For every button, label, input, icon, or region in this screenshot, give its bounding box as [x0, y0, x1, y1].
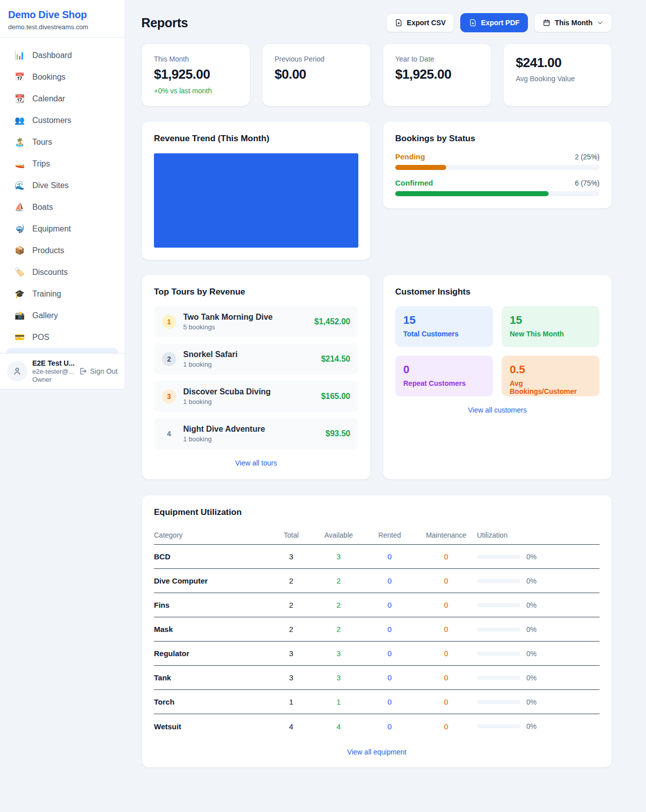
equipment-maintenance: 0: [415, 625, 477, 633]
equipment-rented: 0: [364, 576, 415, 585]
logout-icon: [78, 367, 87, 376]
sidebar-item-calendar[interactable]: 📆Calendar: [0, 88, 125, 109]
status-count: 6 (75%): [575, 179, 600, 187]
sidebar-item-gallery[interactable]: 📸Gallery: [0, 305, 125, 326]
sidebar-item-dashboard[interactable]: 📊Dashboard: [0, 44, 125, 66]
tour-revenue: $93.50: [326, 429, 350, 438]
sidebar-item-products[interactable]: 📦Products: [0, 240, 125, 261]
equipment-available: 2: [313, 601, 364, 609]
equipment-total: 1: [269, 698, 313, 706]
tour-info: Night Dive Adventure 1 booking: [183, 425, 318, 443]
sidebar-item-label: Products: [32, 246, 64, 255]
insight-tiles: 15 Total Customers 15 New This Month 0 R…: [395, 306, 600, 396]
insight-value: 15: [403, 314, 485, 327]
top-tours-list: 1 Two Tank Morning Dive 5 bookings $1,45…: [154, 306, 358, 449]
stat-value: $1,925.00: [154, 67, 238, 82]
equipment-row: Fins 2 2 0 0 0%: [154, 593, 600, 617]
tear-off-calendar-icon: 📆: [14, 94, 25, 103]
stat-card-avg-booking-value: $241.00 Avg Booking Value: [503, 43, 612, 106]
column-header-utilization: Utilization: [477, 531, 600, 539]
equipment-utilization-cell: 0%: [477, 722, 600, 730]
equipment-maintenance: 0: [415, 698, 477, 706]
insight-label: Repeat Customers: [403, 379, 485, 387]
revenue-trend-card: Revenue Trend (This Month): [141, 121, 371, 260]
equipment-utilization-cell: 0%: [477, 577, 600, 585]
revenue-trend-title: Revenue Trend (This Month): [154, 134, 358, 144]
sidebar-item-equipment[interactable]: 🤿Equipment: [0, 218, 125, 240]
utilization-percent: 0%: [526, 650, 536, 658]
bookings-by-status-card: Bookings by Status Pending 2 (25%): [383, 121, 612, 209]
avatar: [7, 361, 27, 381]
sidebar-nav: 📊Dashboard 📅Bookings 📆Calendar 👥Customer…: [0, 38, 125, 353]
top-tours-title: Top Tours by Revenue: [154, 287, 358, 297]
sidebar-item-discounts[interactable]: 🏷️Discounts: [0, 261, 125, 283]
sidebar-item-boats[interactable]: ⛵Boats: [0, 196, 125, 218]
main-content: Reports Export CSV Export PDF This Month: [141, 0, 612, 768]
equipment-row: Tank 3 3 0 0 0%: [154, 666, 600, 690]
sidebar-item-bookings[interactable]: 📅Bookings: [0, 66, 125, 88]
stat-label: Avg Booking Value: [516, 75, 600, 83]
sidebar-item-dive-sites[interactable]: 🌊Dive Sites: [0, 175, 125, 196]
status-label: Confirmed: [395, 179, 433, 187]
file-download-icon: [469, 19, 477, 27]
stat-label: Previous Period: [275, 55, 358, 63]
sidebar-item-label: POS: [32, 333, 49, 342]
tour-name: Night Dive Adventure: [183, 425, 318, 434]
equipment-row: Regulator 3 3 0 0 0%: [154, 642, 600, 666]
equipment-row: BCD 3 3 0 0 0%: [154, 545, 600, 569]
view-all-customers-link[interactable]: View all customers: [395, 406, 600, 414]
user-panel: E2E Test U... e2e-tester@... Owner Sign …: [0, 353, 125, 389]
status-progress-track: [395, 165, 600, 170]
insight-tile: 0 Repeat Customers: [395, 356, 493, 396]
stat-cards: This Month $1,925.00 +0% vs last month P…: [141, 43, 612, 106]
sidebar-item-label: Bookings: [32, 73, 66, 82]
equipment-table-header: Category Total Available Rented Maintena…: [154, 526, 600, 545]
tour-info: Snorkel Safari 1 booking: [183, 350, 314, 368]
tour-rank-badge: 3: [162, 389, 176, 403]
equipment-category: BCD: [154, 552, 269, 561]
stat-card-this-month: This Month $1,925.00 +0% vs last month: [141, 43, 250, 106]
column-header-rented: Rented: [364, 531, 415, 539]
insight-label: Total Customers: [403, 330, 485, 338]
status-row: Confirmed 6 (75%): [395, 179, 600, 196]
view-all-tours-link[interactable]: View all tours: [154, 459, 358, 467]
sidebar-item-reports-active-clipped[interactable]: [6, 348, 119, 353]
people-icon: 👥: [14, 115, 25, 125]
graduation-cap-icon: 🎓: [14, 289, 25, 299]
sidebar-item-tours[interactable]: 🏝️Tours: [0, 131, 125, 153]
equipment-available: 4: [313, 722, 364, 731]
equipment-row: Wetsuit 4 4 0 0 0%: [154, 714, 600, 738]
shop-name: Demo Dive Shop: [8, 9, 117, 21]
equipment-category: Tank: [154, 673, 269, 682]
tag-icon: 🏷️: [14, 267, 25, 277]
column-header-maintenance: Maintenance: [415, 531, 477, 539]
sidebar-item-label: Trips: [32, 159, 50, 168]
sidebar-item-label: Equipment: [32, 224, 71, 234]
insight-tile: 15 New This Month: [502, 306, 600, 347]
utilization-percent: 0%: [526, 698, 536, 706]
insight-value: 15: [510, 314, 591, 327]
equipment-category: Wetsuit: [154, 722, 269, 731]
equipment-available: 1: [313, 698, 364, 706]
export-pdf-label: Export PDF: [481, 19, 519, 27]
sidebar-item-trips[interactable]: 🚤Trips: [0, 153, 125, 175]
file-download-icon: [395, 19, 403, 27]
export-pdf-button[interactable]: Export PDF: [460, 13, 528, 32]
sidebar-item-customers[interactable]: 👥Customers: [0, 109, 125, 131]
view-all-equipment-link[interactable]: View all equipment: [154, 748, 600, 756]
period-select[interactable]: This Month: [534, 13, 612, 32]
equipment-utilization-title: Equipment Utilization: [154, 507, 600, 517]
utilization-track: [477, 627, 520, 631]
status-progress-fill: [395, 191, 549, 196]
equipment-available: 2: [313, 625, 364, 633]
export-csv-label: Export CSV: [407, 19, 446, 27]
sidebar-item-label: Discounts: [32, 268, 68, 277]
sidebar-item-pos[interactable]: 💳POS: [0, 326, 125, 348]
sidebar-item-training[interactable]: 🎓Training: [0, 283, 125, 305]
export-csv-button[interactable]: Export CSV: [386, 13, 454, 32]
user-name: E2E Test U...: [32, 359, 73, 367]
equipment-total: 3: [269, 649, 313, 658]
tour-row: 1 Two Tank Morning Dive 5 bookings $1,45…: [154, 306, 358, 337]
sign-out-button[interactable]: Sign Out: [78, 367, 118, 376]
column-header-category: Category: [154, 531, 269, 539]
